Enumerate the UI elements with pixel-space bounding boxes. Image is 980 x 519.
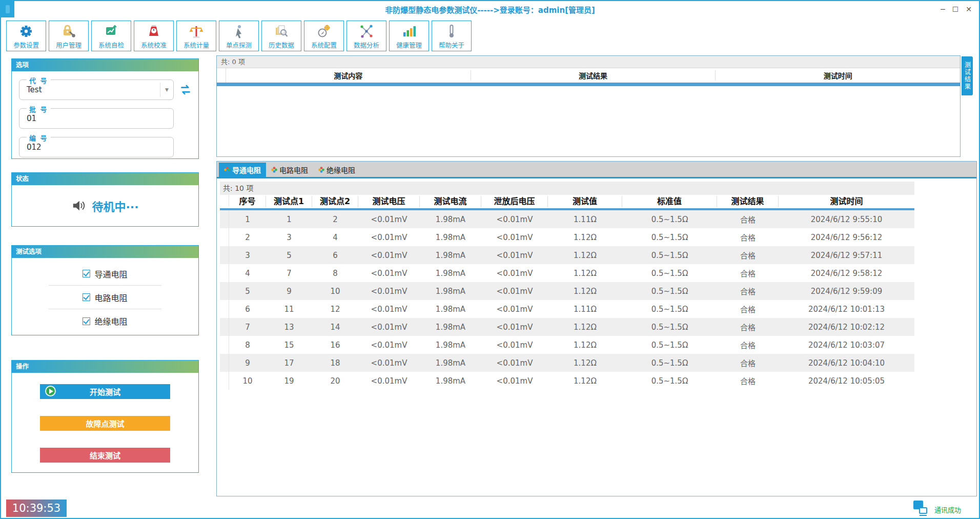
tab-conduction-resistance[interactable]: 导通电阻 [219, 163, 266, 177]
toolbar-button-calibration[interactable]: 系统校准 [134, 21, 174, 51]
column-header-test-result[interactable]: 测试结果 [471, 70, 716, 81]
cell-voltage: <0.01mV [358, 358, 420, 368]
pinwheel-icon [318, 167, 324, 173]
toolbar-button-analysis[interactable]: 数据分析 [346, 21, 386, 51]
cell-point1: 3 [266, 233, 312, 242]
table-row[interactable]: 7 13 14 <0.01mV 1.98mA <0.01mV 1.12Ω 0.5… [220, 318, 914, 336]
detail-table: 序号 测试点1 测试点2 测试电压 测试电流 泄放后电压 测试值 标准值 测试结… [220, 195, 914, 390]
cell-result: 合格 [717, 286, 779, 296]
cell-standard-value: 0.5~1.5Ω [622, 341, 717, 350]
checkbox-icon[interactable] [83, 270, 90, 277]
column-header-point2[interactable]: 测试点2 [312, 196, 358, 207]
batch-label: 批 号 [27, 104, 51, 114]
row-gutter [220, 210, 229, 228]
column-header-test-time[interactable]: 测试时间 [716, 70, 960, 81]
minimize-icon[interactable]: ─ [941, 4, 945, 14]
column-header-voltage[interactable]: 测试电压 [358, 196, 420, 207]
toolbar-button-health[interactable]: 健康管理 [389, 21, 429, 51]
end-test-button[interactable]: 结束测试 [40, 448, 170, 463]
cell-time: 2024/6/12 9:57:11 [779, 251, 914, 260]
checkbox-icon[interactable] [83, 317, 90, 325]
checkbox-icon[interactable] [83, 293, 90, 301]
row-gutter [217, 68, 226, 83]
toolbar-button-probe[interactable]: 单点探测 [219, 21, 259, 51]
batch-value[interactable]: 01 [19, 114, 173, 123]
comm-status: 通讯成功 [912, 501, 961, 518]
cell-point1: 19 [266, 376, 312, 386]
code-value[interactable]: Test [19, 85, 160, 94]
toolbar-button-help[interactable]: 帮助关于 [432, 21, 472, 51]
table-row[interactable]: 4 7 8 <0.01mV 1.98mA <0.01mV 1.12Ω 0.5~1… [220, 264, 914, 282]
table-row[interactable]: 1 1 2 <0.01mV 1.98mA <0.01mV 1.11Ω 0.5~1… [220, 210, 914, 228]
cell-result: 合格 [717, 250, 779, 261]
toolbar-button-config[interactable]: 系统配置 [304, 21, 344, 51]
table-row[interactable]: 9 17 18 <0.01mV 1.98mA <0.01mV 1.12Ω 0.5… [220, 354, 914, 372]
checkbox-conduction-resistance[interactable]: 导通电阻 [49, 262, 161, 286]
column-header-seq[interactable]: 序号 [229, 196, 266, 207]
column-header-current[interactable]: 测试电流 [420, 196, 481, 207]
cell-measured-value: 1.12Ω [548, 269, 622, 278]
status-group: 状态 待机中··· [11, 172, 199, 227]
number-value[interactable]: 012 [19, 143, 173, 152]
cell-result: 合格 [717, 214, 779, 225]
cell-point2: 8 [312, 269, 358, 278]
toolbar-button-history[interactable]: 历史数据 [261, 21, 301, 51]
column-header-measured-value[interactable]: 测试值 [548, 196, 622, 207]
chevron-down-icon[interactable]: ▼ [160, 83, 173, 97]
close-icon[interactable]: ✕ [966, 4, 972, 14]
number-field[interactable]: 编 号 012 [19, 137, 174, 157]
column-header-standard-value[interactable]: 标准值 [622, 196, 717, 207]
monitor-icon [912, 501, 932, 518]
cell-point2: 18 [312, 358, 358, 368]
cell-measured-value: 1.12Ω [548, 358, 622, 368]
probe-pointer-icon [230, 23, 248, 39]
tab-insulation-resistance[interactable]: 绝缘电阻 [313, 163, 360, 177]
column-header-discharge-voltage[interactable]: 泄放后电压 [481, 196, 548, 207]
code-combobox[interactable]: 代 号 Test ▼ [19, 79, 174, 100]
network-analysis-icon [358, 23, 375, 39]
start-test-button[interactable]: 开始测试 [40, 384, 170, 399]
cell-seq: 4 [229, 269, 266, 278]
table-row[interactable]: 5 9 10 <0.01mV 1.98mA <0.01mV 1.12Ω 0.5~… [220, 282, 914, 300]
cell-point2: 2 [312, 215, 358, 224]
cell-seq: 10 [229, 376, 266, 386]
cell-discharge-voltage: <0.01mV [481, 305, 548, 314]
table-row[interactable]: 10 19 20 <0.01mV 1.98mA <0.01mV 1.12Ω 0.… [220, 372, 914, 390]
toolbar-button-users[interactable]: 用户管理 [49, 21, 89, 51]
cell-voltage: <0.01mV [358, 376, 420, 386]
results-panel: 共: 0 项 测试内容 测试结果 测试时间 [216, 55, 961, 157]
column-header-result[interactable]: 测试结果 [717, 196, 779, 207]
cell-time: 2024/6/12 9:59:09 [779, 287, 914, 296]
table-row[interactable]: 2 3 4 <0.01mV 1.98mA <0.01mV 1.12Ω 0.5~1… [220, 228, 914, 246]
batch-field[interactable]: 批 号 01 [19, 108, 174, 129]
column-header-test-content[interactable]: 测试内容 [226, 70, 471, 81]
cell-discharge-voltage: <0.01mV [481, 287, 548, 296]
toolbar-button-metering[interactable]: 系统计量 [176, 21, 216, 51]
toolbar-button-selfcheck[interactable]: 系统自检 [91, 21, 131, 51]
cell-seq: 6 [229, 305, 266, 314]
cell-discharge-voltage: <0.01mV [481, 233, 548, 242]
tab-circuit-resistance[interactable]: 电路电阻 [266, 163, 313, 177]
checkbox-insulation-resistance[interactable]: 绝缘电阻 [49, 309, 161, 333]
comm-status-text: 通讯成功 [934, 505, 961, 514]
row-gutter [220, 264, 229, 282]
cell-point2: 14 [312, 323, 358, 332]
refresh-icon[interactable] [178, 82, 193, 97]
table-row[interactable]: 3 5 6 <0.01mV 1.98mA <0.01mV 1.12Ω 0.5~1… [220, 246, 914, 264]
cell-discharge-voltage: <0.01mV [481, 341, 548, 350]
cell-point2: 20 [312, 376, 358, 386]
table-row[interactable]: 8 15 16 <0.01mV 1.98mA <0.01mV 1.12Ω 0.5… [220, 336, 914, 354]
test-result-side-tab[interactable]: 测试结果 [962, 56, 973, 95]
cell-standard-value: 0.5~1.5Ω [622, 358, 717, 368]
toolbar-button-params[interactable]: 参数设置 [6, 21, 46, 51]
cell-time: 2024/6/12 10:01:13 [779, 305, 914, 314]
checkbox-circuit-resistance[interactable]: 电路电阻 [49, 286, 161, 309]
table-row[interactable]: 6 11 12 <0.01mV 1.98mA <0.01mV 1.11Ω 0.5… [220, 300, 914, 318]
lock-key-icon [60, 23, 77, 39]
column-header-time[interactable]: 测试时间 [779, 196, 914, 207]
fault-point-test-button[interactable]: 故障点测试 [40, 416, 170, 431]
cell-time: 2024/6/12 10:05:05 [779, 376, 914, 386]
cell-current: 1.98mA [420, 323, 481, 332]
column-header-point1[interactable]: 测试点1 [266, 196, 312, 207]
maximize-icon[interactable]: ☐ [952, 4, 959, 14]
